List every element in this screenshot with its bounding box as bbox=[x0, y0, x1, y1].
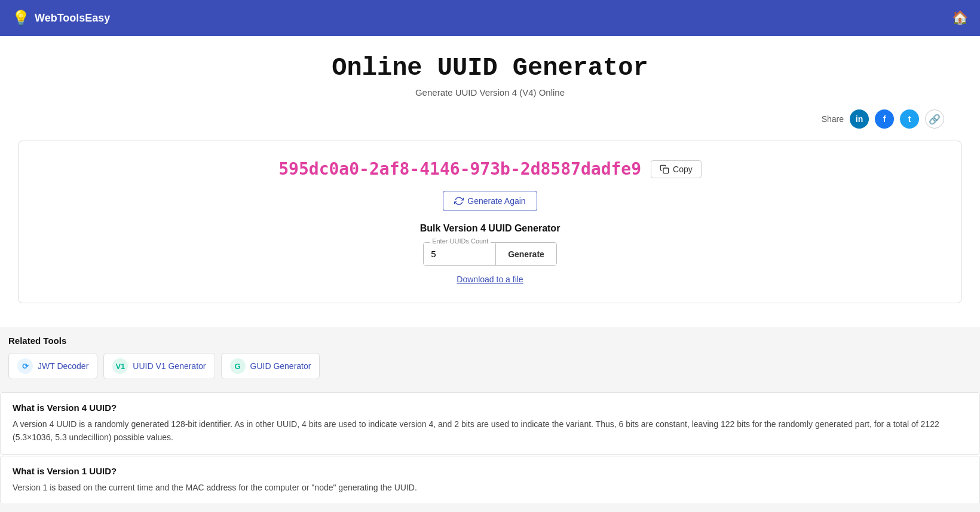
share-label: Share bbox=[822, 114, 844, 124]
related-tools-row: ⟳ JWT Decoder V1 UUID V1 Generator G GUI… bbox=[8, 353, 972, 379]
faq-answer-0: A version 4 UUID is a randomly generated… bbox=[1, 417, 979, 454]
copy-label: Copy bbox=[673, 164, 693, 174]
faq-question-0: What is Version 4 UUID? bbox=[1, 393, 979, 417]
related-tool-uuid-v1[interactable]: V1 UUID V1 Generator bbox=[103, 353, 215, 379]
copy-icon bbox=[660, 164, 669, 174]
page-title: Online UUID Generator bbox=[12, 54, 968, 83]
bulk-input-label: Enter UUIDs Count bbox=[430, 237, 491, 245]
jwt-chip-label: JWT Decoder bbox=[38, 361, 88, 371]
header: 💡 WebToolsEasy 🏠 bbox=[0, 0, 980, 36]
svg-rect-0 bbox=[663, 168, 669, 173]
faq-item-0: What is Version 4 UUID? A version 4 UUID… bbox=[0, 392, 980, 455]
faq-item-1: What is Version 1 UUID? Version 1 is bas… bbox=[0, 456, 980, 504]
refresh-icon bbox=[454, 196, 464, 206]
uuid-value: 595dc0a0-2af8-4146-973b-2d8587dadfe9 bbox=[278, 159, 641, 179]
uuid-card: 595dc0a0-2af8-4146-973b-2d8587dadfe9 Cop… bbox=[18, 141, 962, 303]
guid-chip-label: GUID Generator bbox=[250, 361, 311, 371]
copy-link-button[interactable]: 🔗 bbox=[925, 109, 944, 129]
uuid-v1-chip-icon: V1 bbox=[112, 358, 128, 374]
copy-button[interactable]: Copy bbox=[651, 160, 702, 178]
home-icon[interactable]: 🏠 bbox=[952, 10, 968, 26]
twitter-share-button[interactable]: t bbox=[900, 109, 919, 129]
related-tool-guid[interactable]: G GUID Generator bbox=[221, 353, 320, 379]
main-content: Online UUID Generator Generate UUID Vers… bbox=[0, 36, 980, 327]
logo[interactable]: 💡 WebToolsEasy bbox=[12, 10, 110, 26]
logo-icon: 💡 bbox=[12, 10, 30, 26]
download-link[interactable]: Download to a file bbox=[457, 275, 523, 284]
share-bar: Share in f t 🔗 bbox=[12, 109, 968, 129]
bulk-count-input[interactable] bbox=[424, 243, 495, 265]
linkedin-share-button[interactable]: in bbox=[850, 109, 869, 129]
generate-again-button[interactable]: Generate Again bbox=[443, 191, 537, 211]
related-tool-jwt[interactable]: ⟳ JWT Decoder bbox=[8, 353, 97, 379]
related-tools-section: Related Tools ⟳ JWT Decoder V1 UUID V1 G… bbox=[0, 327, 980, 385]
faq-question-1: What is Version 1 UUID? bbox=[1, 456, 979, 481]
bulk-input-container: Enter UUIDs Count Generate bbox=[423, 242, 557, 266]
facebook-share-button[interactable]: f bbox=[875, 109, 894, 129]
faq-section: What is Version 4 UUID? A version 4 UUID… bbox=[0, 392, 980, 504]
page-subtitle: Generate UUID Version 4 (V4) Online bbox=[12, 87, 968, 97]
logo-text: WebToolsEasy bbox=[35, 12, 110, 25]
generate-again-label: Generate Again bbox=[467, 196, 525, 206]
related-tools-title: Related Tools bbox=[8, 336, 972, 346]
faq-answer-1: Version 1 is based on the current time a… bbox=[1, 481, 979, 504]
bulk-title: Bulk Version 4 UUID Generator bbox=[30, 223, 950, 234]
bulk-generate-button[interactable]: Generate bbox=[495, 243, 556, 265]
uuid-v1-chip-label: UUID V1 Generator bbox=[133, 361, 206, 371]
guid-chip-icon: G bbox=[230, 358, 246, 374]
jwt-chip-icon: ⟳ bbox=[17, 358, 33, 374]
uuid-display-row: 595dc0a0-2af8-4146-973b-2d8587dadfe9 Cop… bbox=[30, 159, 950, 179]
